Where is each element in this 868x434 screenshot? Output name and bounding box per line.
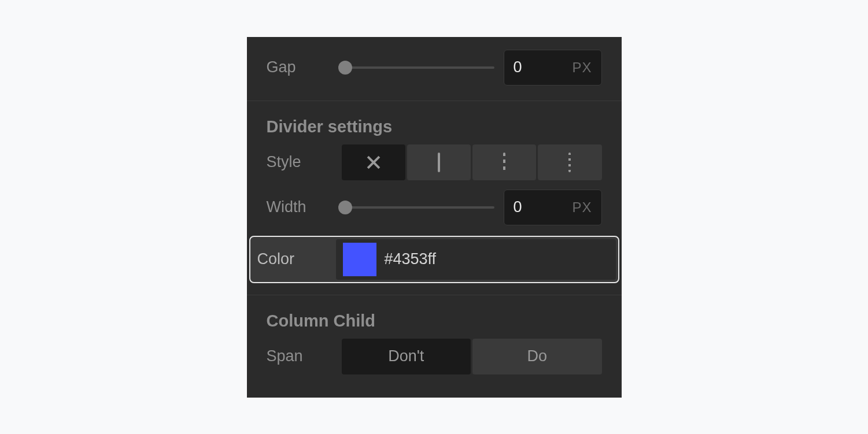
style-dashed-button[interactable] — [472, 144, 536, 180]
width-slider-wrap — [342, 206, 504, 209]
section-divider: Divider settings Style Width — [247, 101, 622, 295]
row-span: Span Don't Do — [267, 334, 602, 379]
color-swatch[interactable] — [343, 243, 376, 276]
span-dont-label: Don't — [388, 347, 424, 365]
width-label: Width — [267, 198, 342, 216]
gap-slider-thumb[interactable] — [338, 61, 352, 75]
divider-heading: Divider settings — [267, 101, 602, 140]
width-unit: PX — [572, 199, 592, 216]
solid-line-icon — [438, 153, 440, 172]
dashed-line-icon — [503, 153, 505, 172]
width-input[interactable]: 0 PX — [504, 190, 602, 225]
gap-slider[interactable] — [342, 66, 494, 69]
style-solid-button[interactable] — [407, 144, 471, 180]
span-do-label: Do — [527, 347, 547, 365]
color-field[interactable]: #4353ff — [336, 239, 616, 280]
gap-input[interactable]: 0 PX — [504, 50, 602, 86]
width-value: 0 — [514, 198, 522, 216]
gap-slider-wrap — [342, 66, 504, 69]
style-label: Style — [267, 153, 342, 171]
style-none-button[interactable] — [342, 144, 405, 180]
gap-label: Gap — [267, 58, 342, 76]
gap-unit: PX — [572, 60, 592, 76]
span-seggroup: Don't Do — [342, 339, 602, 374]
row-style: Style — [267, 140, 602, 185]
style-seggroup — [342, 144, 602, 180]
row-width: Width 0 PX — [267, 185, 602, 230]
style-dotted-button[interactable] — [538, 144, 601, 180]
color-hex: #4353ff — [385, 250, 437, 268]
width-slider[interactable] — [342, 206, 494, 209]
x-icon — [367, 155, 381, 169]
row-color: Color #4353ff — [249, 236, 619, 283]
section-gap: Gap 0 PX — [247, 37, 622, 101]
width-slider-thumb[interactable] — [338, 201, 352, 214]
section-column-child: Column Child Span Don't Do — [247, 295, 622, 391]
span-dont-button[interactable]: Don't — [342, 339, 471, 374]
column-child-heading: Column Child — [267, 295, 602, 334]
row-gap: Gap 0 PX — [267, 45, 602, 90]
span-do-button[interactable]: Do — [472, 339, 602, 374]
gap-value: 0 — [514, 58, 522, 76]
properties-panel: Gap 0 PX Divider settings Style — [247, 37, 622, 398]
dotted-line-icon — [568, 153, 571, 172]
span-label: Span — [267, 347, 342, 365]
color-label: Color — [253, 239, 336, 280]
